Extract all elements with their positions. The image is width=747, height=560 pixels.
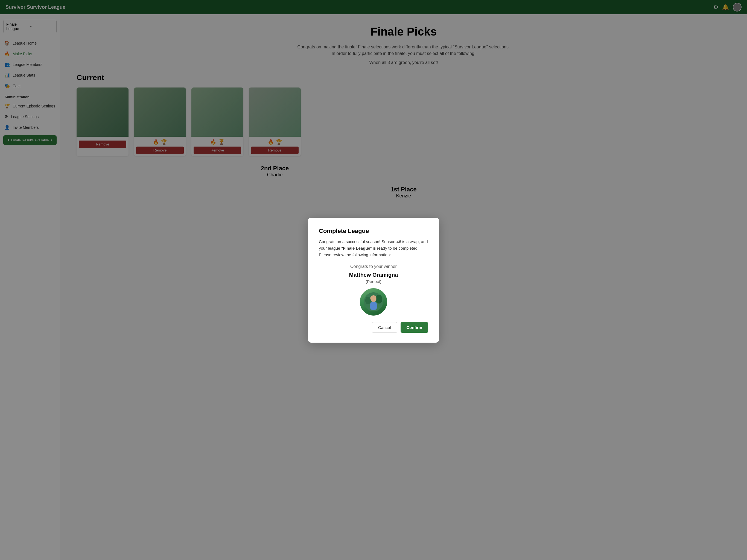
confirm-button[interactable]: Confirm (401, 322, 429, 333)
modal-body: Congrats on a successful season! Season … (319, 238, 428, 258)
winner-avatar (360, 288, 387, 315)
svg-point-2 (370, 302, 377, 310)
modal-winner-name: Matthew Gramigna (319, 272, 428, 278)
modal-winner-sub: (Perfect) (319, 279, 428, 284)
modal-actions: Cancel Confirm (319, 322, 428, 333)
winner-avatar-svg (364, 291, 383, 313)
cancel-button[interactable]: Cancel (372, 322, 397, 333)
modal-congrats-text: Congrats to your winner (319, 264, 428, 269)
winner-avatar-inner (360, 288, 387, 315)
complete-league-modal: Complete League Congrats on a successful… (308, 218, 439, 342)
svg-point-4 (376, 295, 382, 304)
modal-overlay[interactable]: Complete League Congrats on a successful… (0, 0, 747, 560)
modal-title: Complete League (319, 228, 428, 235)
modal-league-name: Finale League (343, 246, 370, 251)
svg-point-3 (365, 297, 371, 304)
